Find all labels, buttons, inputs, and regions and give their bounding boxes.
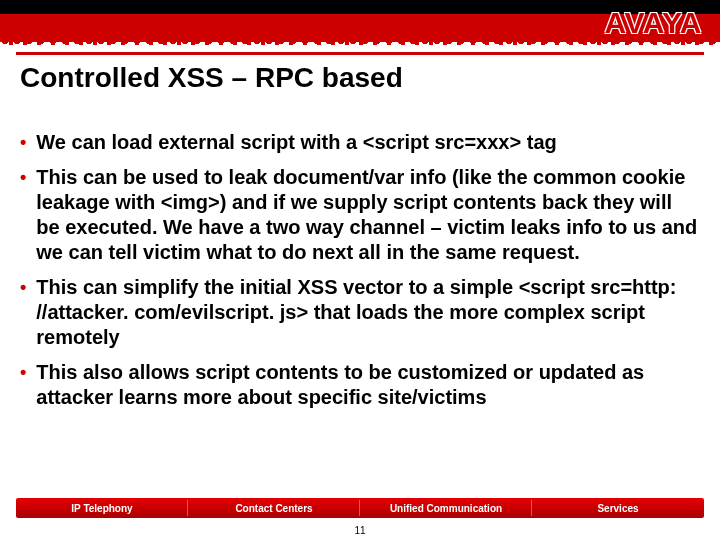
list-item: • This can be used to leak document/var … bbox=[20, 165, 698, 265]
bullet-icon: • bbox=[20, 165, 26, 189]
bullet-icon: • bbox=[20, 275, 26, 299]
title-rule bbox=[16, 52, 704, 55]
list-item: • This can simplify the initial XSS vect… bbox=[20, 275, 698, 350]
slide: { "brand": { "name": "AVAYA" }, "title":… bbox=[0, 0, 720, 540]
bullet-icon: • bbox=[20, 130, 26, 154]
brand-logo-text: AVAYA bbox=[604, 6, 702, 40]
list-item: • We can load external script with a <sc… bbox=[20, 130, 698, 155]
list-item: • This also allows script contents to be… bbox=[20, 360, 698, 410]
bullet-list: • We can load external script with a <sc… bbox=[20, 130, 698, 420]
footer-item: Services bbox=[532, 498, 704, 518]
bullet-text: This also allows script contents to be c… bbox=[36, 360, 698, 410]
bullet-text: This can be used to leak document/var in… bbox=[36, 165, 698, 265]
bullet-text: We can load external script with a <scri… bbox=[36, 130, 556, 155]
bullet-text: This can simplify the initial XSS vector… bbox=[36, 275, 698, 350]
brand-logo: AVAYA bbox=[604, 6, 702, 40]
page-number: 11 bbox=[0, 525, 720, 536]
footer-bar: IP Telephony Contact Centers Unified Com… bbox=[16, 498, 704, 518]
footer-item: Contact Centers bbox=[188, 498, 360, 518]
footer-item: IP Telephony bbox=[16, 498, 188, 518]
bullet-icon: • bbox=[20, 360, 26, 384]
slide-title: Controlled XSS – RPC based bbox=[20, 62, 700, 94]
footer-item: Unified Communication bbox=[360, 498, 532, 518]
